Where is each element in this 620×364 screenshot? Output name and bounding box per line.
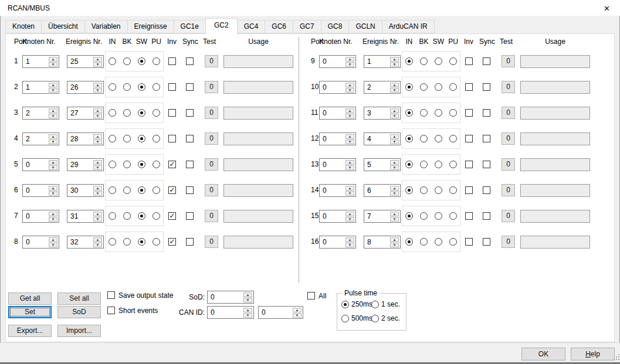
pulse-option-500ms[interactable]: 500ms bbox=[341, 314, 370, 322]
ereignis-nr-spinner[interactable]: 6▲▼ bbox=[364, 184, 401, 197]
tab-variablen[interactable]: Variablen bbox=[84, 20, 128, 33]
knoten-nr-spinner[interactable]: 0▲▼ bbox=[22, 210, 59, 223]
mode-radio-pu[interactable] bbox=[449, 83, 457, 91]
sync-checkbox[interactable] bbox=[186, 135, 194, 142]
mode-radio-pu[interactable] bbox=[153, 57, 160, 65]
spin-up-button[interactable]: ▲ bbox=[49, 237, 57, 242]
sync-checkbox[interactable] bbox=[483, 161, 490, 168]
mode-radio-in[interactable] bbox=[109, 161, 116, 168]
close-icon[interactable]: ✕ bbox=[594, 0, 620, 16]
mode-radio-sw[interactable] bbox=[435, 57, 442, 65]
knoten-nr-spinner[interactable]: 0▲▼ bbox=[319, 132, 356, 145]
spin-up-button[interactable]: ▲ bbox=[345, 186, 354, 190]
mode-radio-sw[interactable] bbox=[138, 57, 145, 65]
spin-down-button[interactable]: ▼ bbox=[390, 62, 399, 67]
knoten-nr-spinner[interactable]: 2▲▼ bbox=[22, 132, 59, 145]
mode-radio-in[interactable] bbox=[405, 57, 413, 65]
spin-down-button[interactable]: ▼ bbox=[49, 191, 57, 196]
help-button[interactable]: Help bbox=[571, 348, 615, 360]
spin-down-button[interactable]: ▼ bbox=[49, 243, 57, 247]
spin-up-button[interactable]: ▲ bbox=[93, 83, 102, 87]
sync-checkbox[interactable] bbox=[186, 57, 194, 65]
pulse-radio[interactable] bbox=[371, 315, 379, 322]
spin-down-button[interactable]: ▼ bbox=[345, 62, 354, 67]
tab-gcln[interactable]: GCLN bbox=[348, 20, 382, 33]
spin-up-button[interactable]: ▲ bbox=[93, 57, 102, 62]
knoten-nr-spinner[interactable]: 0▲▼ bbox=[319, 236, 356, 249]
short-events-checkbox[interactable] bbox=[107, 307, 115, 314]
spin-up-button[interactable]: ▲ bbox=[49, 212, 57, 216]
spin-down-button[interactable]: ▼ bbox=[390, 243, 399, 247]
knoten-nr-spinner[interactable]: 1▲▼ bbox=[22, 55, 59, 68]
sync-checkbox[interactable] bbox=[483, 135, 490, 142]
spin-up-button[interactable]: ▲ bbox=[93, 160, 102, 165]
import-button[interactable]: Import... bbox=[57, 325, 101, 337]
inv-checkbox[interactable] bbox=[465, 238, 473, 246]
spin-down-button[interactable]: ▼ bbox=[93, 243, 102, 247]
mode-radio-pu[interactable] bbox=[153, 186, 160, 194]
knoten-nr-spinner[interactable]: 2▲▼ bbox=[22, 107, 59, 120]
spin-down-button[interactable]: ▼ bbox=[243, 313, 252, 318]
knoten-nr-spinner[interactable]: 0▲▼ bbox=[22, 184, 59, 197]
spin-down-button[interactable]: ▼ bbox=[345, 114, 354, 118]
spin-down-button[interactable]: ▼ bbox=[293, 313, 301, 318]
sync-checkbox[interactable] bbox=[483, 57, 490, 65]
spin-up-button[interactable]: ▲ bbox=[49, 83, 57, 87]
mode-radio-sw[interactable] bbox=[138, 161, 145, 168]
test-button[interactable]: 0 bbox=[205, 184, 218, 196]
sync-checkbox[interactable] bbox=[483, 212, 490, 220]
save-output-state-checkbox[interactable] bbox=[107, 291, 115, 299]
mode-radio-in[interactable] bbox=[109, 238, 116, 246]
spin-down-button[interactable]: ▼ bbox=[345, 165, 354, 170]
spin-up-button[interactable]: ▲ bbox=[390, 237, 399, 242]
inv-checkbox[interactable] bbox=[465, 186, 473, 194]
set-all-button[interactable]: Set all bbox=[57, 292, 101, 305]
ereignis-nr-spinner[interactable]: 30▲▼ bbox=[67, 184, 104, 197]
can-id-spinner-1[interactable]: 0 ▲▼ bbox=[207, 306, 254, 319]
spin-up-button[interactable]: ▲ bbox=[345, 160, 354, 165]
mode-radio-sw[interactable] bbox=[138, 212, 145, 220]
spin-down-button[interactable]: ▼ bbox=[93, 88, 102, 93]
tab-gc1e[interactable]: GC1e bbox=[174, 20, 206, 33]
mode-radio-sw[interactable] bbox=[435, 212, 442, 220]
inv-checkbox[interactable]: ✓ bbox=[168, 238, 176, 246]
mode-radio-pu[interactable] bbox=[153, 238, 160, 246]
spin-up-button[interactable]: ▲ bbox=[390, 108, 399, 113]
mode-radio-bk[interactable] bbox=[123, 57, 131, 65]
spin-up-button[interactable]: ▲ bbox=[93, 134, 102, 139]
sync-checkbox[interactable] bbox=[186, 212, 194, 220]
pulse-radio[interactable] bbox=[341, 301, 349, 308]
spin-down-button[interactable]: ▼ bbox=[345, 217, 354, 222]
mode-radio-bk[interactable] bbox=[420, 83, 428, 91]
spin-up-button[interactable]: ▲ bbox=[390, 134, 399, 139]
sync-checkbox[interactable] bbox=[483, 83, 490, 91]
tab-gc6[interactable]: GC6 bbox=[265, 20, 293, 33]
ereignis-nr-spinner[interactable]: 28▲▼ bbox=[67, 132, 104, 145]
sync-checkbox[interactable] bbox=[483, 109, 490, 117]
mode-radio-sw[interactable] bbox=[435, 109, 442, 117]
spin-down-button[interactable]: ▼ bbox=[49, 62, 57, 67]
spin-down-button[interactable]: ▼ bbox=[390, 140, 399, 144]
mode-radio-sw[interactable] bbox=[435, 161, 442, 168]
spin-down-button[interactable]: ▼ bbox=[93, 217, 102, 222]
spin-down-button[interactable]: ▼ bbox=[49, 88, 57, 93]
test-button[interactable]: 0 bbox=[502, 132, 515, 145]
mode-radio-sw[interactable] bbox=[138, 109, 145, 117]
inv-checkbox[interactable] bbox=[465, 109, 473, 117]
spin-down-button[interactable]: ▼ bbox=[345, 140, 354, 144]
mode-radio-pu[interactable] bbox=[449, 135, 457, 142]
tab-ereignisse[interactable]: Ereignisse bbox=[127, 20, 174, 33]
spin-down-button[interactable]: ▼ bbox=[345, 191, 354, 196]
mode-radio-pu[interactable] bbox=[153, 135, 160, 142]
spin-up-button[interactable]: ▲ bbox=[49, 134, 57, 139]
tab-knoten[interactable]: Knoten bbox=[5, 20, 42, 33]
sync-checkbox[interactable] bbox=[186, 238, 194, 246]
test-button[interactable]: 0 bbox=[502, 210, 515, 222]
ereignis-nr-spinner[interactable]: 26▲▼ bbox=[67, 81, 104, 94]
sod-spinner[interactable]: 0 ▲▼ bbox=[207, 291, 254, 304]
test-button[interactable]: 0 bbox=[205, 81, 218, 93]
test-button[interactable]: 0 bbox=[502, 55, 515, 67]
pulse-option-2-sec[interactable]: 2 sec. bbox=[371, 314, 400, 322]
spin-down-button[interactable]: ▼ bbox=[49, 114, 57, 118]
tab-arducan-ir[interactable]: ArduCAN IR bbox=[382, 20, 435, 33]
